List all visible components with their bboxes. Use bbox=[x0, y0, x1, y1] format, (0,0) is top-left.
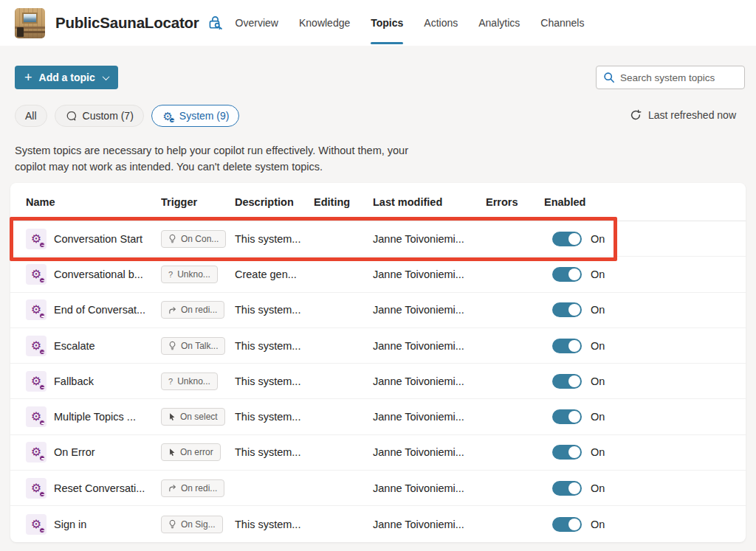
refresh-status[interactable]: Last refreshed now bbox=[630, 109, 736, 121]
enabled-toggle[interactable] bbox=[552, 481, 582, 496]
column-header-errors[interactable]: Errors bbox=[486, 196, 544, 208]
table-row[interactable]: ⚙End of Conversat...On redi...This syste… bbox=[10, 293, 746, 328]
system-topic-icon: ⚙ bbox=[26, 478, 47, 499]
topic-name[interactable]: Fallback bbox=[54, 375, 94, 387]
enabled-toggle[interactable] bbox=[552, 445, 582, 460]
system-topic-icon: ⚙ bbox=[26, 371, 47, 392]
last-modified: Janne Toivoniemi... bbox=[373, 482, 464, 494]
trigger-badge: On Talk... bbox=[161, 337, 225, 355]
topic-name[interactable]: Multiple Topics ... bbox=[54, 411, 136, 423]
topic-name[interactable]: Escalate bbox=[54, 340, 95, 352]
trigger-label: Unkno... bbox=[177, 269, 210, 280]
tab-actions[interactable]: Actions bbox=[413, 0, 468, 46]
lightbulb-icon bbox=[168, 341, 176, 350]
topic-name[interactable]: Conversation Start bbox=[54, 233, 142, 245]
tab-topics[interactable]: Topics bbox=[360, 0, 413, 46]
filter-all[interactable]: All bbox=[15, 105, 47, 127]
enabled-label: On bbox=[591, 446, 605, 458]
column-header-last-modified[interactable]: Last modified bbox=[373, 196, 486, 208]
search-box[interactable] bbox=[596, 66, 745, 89]
filter-system-label: System (9) bbox=[179, 110, 230, 122]
column-header-editing[interactable]: Editing bbox=[314, 196, 373, 208]
enabled-toggle[interactable] bbox=[552, 232, 582, 246]
table-row[interactable]: ⚙Conversation StartOn Con...This system.… bbox=[10, 221, 746, 257]
enabled-toggle[interactable] bbox=[552, 517, 582, 532]
last-modified: Janne Toivoniemi... bbox=[373, 268, 464, 280]
enabled-label: On bbox=[591, 268, 605, 280]
system-topic-icon: ⚙ bbox=[26, 336, 47, 356]
topic-description: This system... bbox=[235, 446, 300, 458]
table-row[interactable]: ⚙Fallback?Unkno...This system...Janne To… bbox=[10, 364, 746, 399]
table-row[interactable]: ⚙EscalateOn Talk...This system...Janne T… bbox=[10, 328, 746, 364]
system-topic-icon: ⚙ bbox=[26, 299, 47, 320]
lightbulb-icon bbox=[168, 519, 176, 529]
trigger-badge: On redi... bbox=[161, 301, 224, 319]
topic-description: This system... bbox=[235, 340, 300, 352]
filter-system[interactable]: ⚙ System (9) bbox=[151, 105, 240, 127]
topics-table-header: NameTriggerDescriptionEditingLast modifi… bbox=[10, 183, 746, 221]
cursor-icon bbox=[168, 412, 176, 421]
question-icon: ? bbox=[168, 270, 173, 279]
system-topic-icon: ⚙ bbox=[26, 514, 47, 535]
enabled-toggle[interactable] bbox=[552, 409, 582, 424]
trigger-label: On Talk... bbox=[181, 341, 218, 351]
last-modified: Janne Toivoniemi... bbox=[373, 340, 464, 352]
filter-custom[interactable]: Custom (7) bbox=[55, 105, 144, 127]
enabled-toggle[interactable] bbox=[552, 339, 582, 353]
trigger-label: On redi... bbox=[181, 483, 217, 493]
table-row[interactable]: ⚙Multiple Topics ...On selectThis system… bbox=[10, 399, 746, 434]
search-input[interactable] bbox=[620, 72, 738, 83]
column-header-name[interactable]: Name bbox=[26, 196, 161, 208]
table-row[interactable]: ⚙Reset Conversati...On redi...Janne Toiv… bbox=[10, 471, 746, 506]
trigger-badge: On Con... bbox=[161, 230, 226, 248]
tab-knowledge[interactable]: Knowledge bbox=[289, 0, 360, 46]
table-row[interactable]: ⚙On ErrorOn errorThis system...Janne Toi… bbox=[10, 435, 746, 471]
column-header-description[interactable]: Description bbox=[235, 196, 314, 208]
topic-name[interactable]: Conversational b... bbox=[54, 268, 143, 280]
system-topic-icon: ⚙ bbox=[26, 442, 47, 462]
column-header-enabled[interactable]: Enabled bbox=[544, 196, 746, 208]
system-topics-info: System topics are necessary to help your… bbox=[15, 142, 441, 175]
app-title: PublicSaunaLocator bbox=[55, 14, 199, 32]
redirect-icon bbox=[168, 306, 176, 314]
plus-icon: + bbox=[24, 71, 32, 84]
chat-bubble-icon bbox=[65, 110, 78, 122]
enabled-toggle[interactable] bbox=[552, 267, 582, 282]
topic-description: This system... bbox=[235, 519, 300, 530]
table-row[interactable]: ⚙Sign inOn Sig...This system...Janne Toi… bbox=[10, 506, 746, 541]
topic-name[interactable]: Sign in bbox=[54, 519, 86, 530]
topic-name[interactable]: Reset Conversati... bbox=[54, 482, 145, 494]
column-header-trigger[interactable]: Trigger bbox=[161, 196, 235, 208]
system-gear-icon: ⚙ bbox=[162, 110, 174, 122]
topic-description: This system... bbox=[235, 233, 300, 245]
add-topic-button[interactable]: + Add a topic bbox=[15, 66, 118, 89]
trigger-label: On redi... bbox=[181, 305, 217, 315]
tab-overview[interactable]: Overview bbox=[225, 0, 289, 46]
enabled-toggle[interactable] bbox=[552, 302, 582, 317]
enabled-label: On bbox=[591, 304, 605, 316]
table-row[interactable]: ⚙Conversational b...?Unkno...Create gen.… bbox=[10, 257, 746, 292]
sauna-stove bbox=[17, 27, 24, 37]
redirect-icon bbox=[168, 484, 176, 492]
last-modified: Janne Toivoniemi... bbox=[373, 304, 464, 316]
refresh-icon bbox=[630, 109, 642, 121]
main-content: + Add a topic All Custom (7) ⚙ bbox=[0, 46, 756, 551]
trigger-label: Unkno... bbox=[177, 376, 210, 387]
filter-custom-label: Custom (7) bbox=[83, 110, 134, 122]
tab-analytics[interactable]: Analytics bbox=[468, 0, 530, 46]
lock-key-icon bbox=[206, 14, 224, 32]
last-modified: Janne Toivoniemi... bbox=[373, 233, 464, 245]
sauna-window bbox=[22, 13, 38, 24]
last-modified: Janne Toivoniemi... bbox=[373, 411, 464, 423]
trigger-badge: On select bbox=[161, 408, 225, 426]
enabled-toggle[interactable] bbox=[552, 374, 582, 389]
chevron-down-icon bbox=[102, 73, 109, 80]
topics-table-body: ⚙Conversation StartOn Con...This system.… bbox=[10, 221, 746, 542]
system-topic-icon: ⚙ bbox=[26, 229, 47, 249]
trigger-label: On Sig... bbox=[181, 519, 216, 530]
topic-name[interactable]: End of Conversat... bbox=[54, 304, 145, 316]
trigger-label: On Con... bbox=[181, 234, 219, 244]
system-topic-icon: ⚙ bbox=[26, 406, 47, 427]
topic-name[interactable]: On Error bbox=[54, 446, 95, 458]
tab-channels[interactable]: Channels bbox=[530, 0, 594, 46]
